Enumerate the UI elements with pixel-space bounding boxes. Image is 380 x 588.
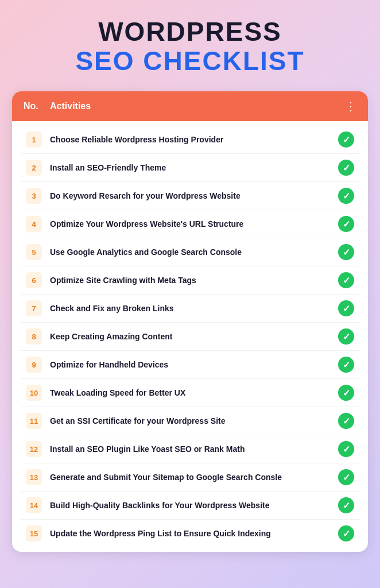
- title-line1: WORDPRESS: [12, 17, 368, 47]
- row-number: 10: [26, 385, 42, 401]
- row-text: Update the Wordpress Ping List to Ensure…: [50, 528, 330, 539]
- check-icon: [338, 441, 354, 457]
- row-number: 7: [26, 300, 42, 316]
- row-number: 4: [26, 216, 42, 232]
- row-text: Do Keyword Resarch for your Wordpress We…: [50, 191, 330, 201]
- header-menu-icon[interactable]: ⋮: [345, 99, 356, 113]
- row-text: Keep Creating Amazing Content: [50, 331, 330, 342]
- table-row: 1Choose Reliable Wordpress Hosting Provi…: [21, 126, 359, 154]
- row-number: 13: [26, 469, 42, 485]
- check-icon: [338, 413, 354, 429]
- row-number: 2: [26, 160, 42, 176]
- row-text: Generate and Submit Your Sitemap to Goog…: [50, 472, 330, 482]
- table-row: 9Optimize for Handheld Devices: [21, 351, 359, 379]
- check-icon: [338, 160, 354, 176]
- check-icon: [338, 300, 354, 316]
- row-number: 6: [26, 272, 42, 288]
- table-row: 13Generate and Submit Your Sitemap to Go…: [21, 463, 359, 492]
- checklist-card: No. Activities ⋮ 1Choose Reliable Wordpr…: [12, 91, 368, 552]
- table-row: 15Update the Wordpress Ping List to Ensu…: [21, 520, 359, 547]
- row-text: Use Google Analytics and Google Search C…: [50, 247, 330, 257]
- check-icon: [338, 131, 354, 148]
- table-row: 11Get an SSI Certificate for your Wordpr…: [21, 407, 359, 435]
- table-row: 4Optimize Your Wordpress Website's URL S…: [21, 210, 359, 238]
- check-icon: [338, 469, 354, 485]
- row-number: 3: [26, 188, 42, 204]
- header-no-label: No.: [24, 101, 41, 111]
- check-icon: [338, 272, 354, 288]
- check-icon: [338, 357, 354, 373]
- check-icon: [338, 328, 354, 345]
- row-text: Install an SEO Plugin Like Yoast SEO or …: [50, 444, 330, 454]
- row-text: Get an SSI Certificate for your Wordpres…: [50, 416, 330, 426]
- row-text: Tweak Loading Speed for Better UX: [50, 388, 330, 398]
- row-number: 15: [26, 525, 42, 541]
- row-text: Optimize Your Wordpress Website's URL St…: [50, 219, 330, 229]
- table-row: 12Install an SEO Plugin Like Yoast SEO o…: [21, 435, 359, 463]
- row-text: Choose Reliable Wordpress Hosting Provid…: [50, 134, 330, 145]
- table-row: 5Use Google Analytics and Google Search …: [21, 238, 359, 266]
- check-icon: [338, 188, 354, 204]
- table-row: 3Do Keyword Resarch for your Wordpress W…: [21, 182, 359, 210]
- table-row: 14Build High-Quality Backlinks for Your …: [21, 492, 359, 520]
- table-row: 6Optimize Site Crawling with Meta Tags: [21, 266, 359, 295]
- header-activities-label: Activities: [50, 101, 336, 111]
- check-icon: [338, 525, 354, 541]
- row-text: Optimize for Handheld Devices: [50, 359, 330, 370]
- row-text: Optimize Site Crawling with Meta Tags: [50, 275, 330, 285]
- title-line2: SEO CHECKLIST: [12, 47, 368, 76]
- table-row: 10Tweak Loading Speed for Better UX: [21, 379, 359, 407]
- title-section: WORDPRESS SEO CHECKLIST: [12, 17, 368, 75]
- row-number: 14: [26, 497, 42, 513]
- row-text: Check and Fix any Broken Links: [50, 303, 330, 314]
- row-number: 5: [26, 244, 42, 260]
- table-row: 7Check and Fix any Broken Links: [21, 295, 359, 323]
- check-icon: [338, 385, 354, 401]
- check-icon: [338, 244, 354, 260]
- row-number: 11: [26, 413, 42, 429]
- table-body: 1Choose Reliable Wordpress Hosting Provi…: [12, 121, 368, 552]
- row-number: 12: [26, 441, 42, 457]
- table-row: 8Keep Creating Amazing Content: [21, 323, 359, 351]
- row-text: Build High-Quality Backlinks for Your Wo…: [50, 500, 330, 510]
- row-number: 8: [26, 328, 42, 345]
- check-icon: [338, 216, 354, 232]
- row-text: Install an SEO-Friendly Theme: [50, 163, 330, 173]
- table-row: 2Install an SEO-Friendly Theme: [21, 154, 359, 182]
- table-header: No. Activities ⋮: [12, 91, 368, 121]
- main-container: WORDPRESS SEO CHECKLIST No. Activities ⋮…: [12, 17, 368, 552]
- row-number: 1: [26, 131, 42, 148]
- row-number: 9: [26, 357, 42, 373]
- check-icon: [338, 497, 354, 513]
